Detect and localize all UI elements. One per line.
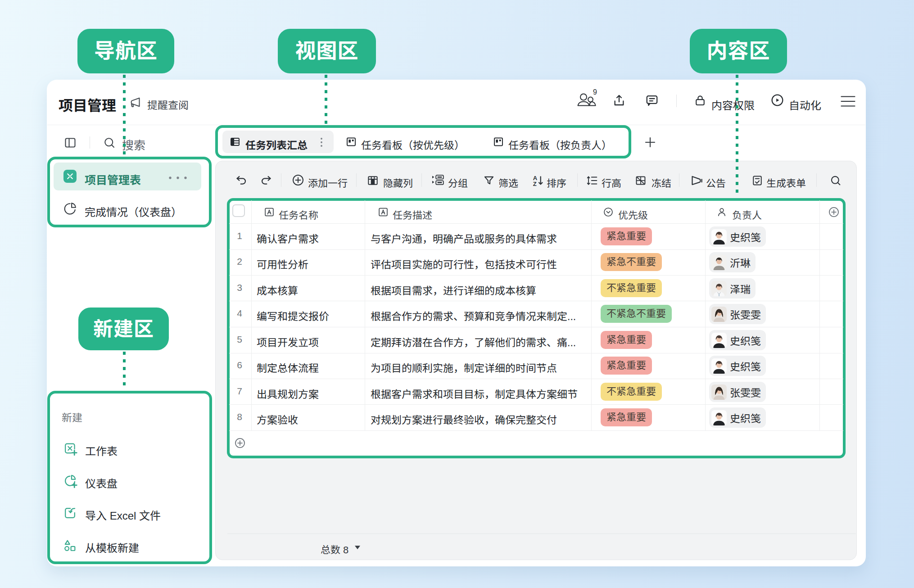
svg-text:9: 9 <box>593 89 597 96</box>
svg-text:Z: Z <box>533 181 537 187</box>
